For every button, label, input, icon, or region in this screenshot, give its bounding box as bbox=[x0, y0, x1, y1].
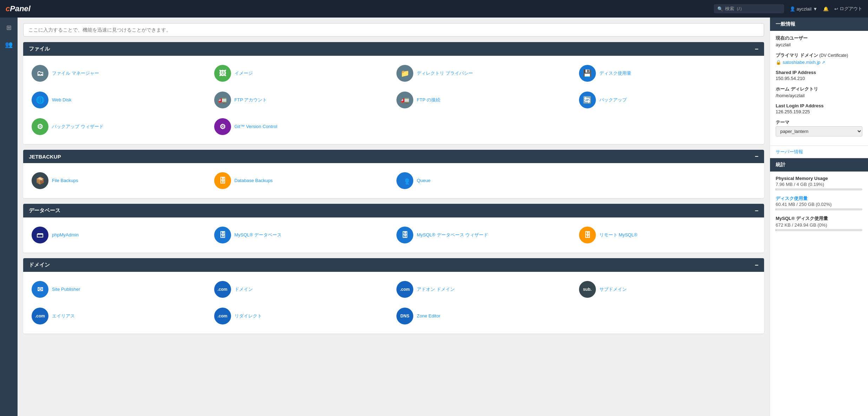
domain-link[interactable]: satoshiabe.mixh.jp bbox=[783, 60, 821, 65]
app-icon-mysql-wizard: 🗄 bbox=[396, 227, 413, 243]
app-icon-web-disk: 🌐 bbox=[32, 92, 48, 108]
stat-bar-bg-0 bbox=[776, 188, 862, 190]
section-toggle-databases[interactable]: − bbox=[755, 208, 758, 214]
user-icon: 👤 bbox=[790, 6, 795, 12]
app-icon-disk-usage: 💾 bbox=[579, 65, 596, 82]
section-databases: データベース−🗃phpMyAdmin🗄MySQL® データベース🗄MySQL® … bbox=[23, 204, 764, 253]
app-icon-alias: .com bbox=[32, 308, 48, 324]
app-item-remote-mysql[interactable]: 🗄リモート MySQL® bbox=[576, 224, 759, 246]
username-label: ayczlail bbox=[797, 6, 812, 12]
stats-section: 統計 Physical Memory Usage 7.96 MB / 4 GB … bbox=[770, 158, 868, 240]
sidebar-users-icon[interactable]: 👥 bbox=[2, 38, 15, 51]
app-icon-ftp-accounts: 🚛 bbox=[214, 92, 231, 108]
section-files: ファイル−🗂ファイル マネージャー🖼イメージ📁ディレクトリ プライバシー💾ディス… bbox=[23, 42, 764, 144]
app-icon-backup-wizard: ⚙ bbox=[32, 118, 48, 135]
sections-container: ファイル−🗂ファイル マネージャー🖼イメージ📁ディレクトリ プライバシー💾ディス… bbox=[23, 42, 764, 334]
user-menu[interactable]: 👤 ayczlail ▼ bbox=[790, 6, 818, 12]
section-title-databases: データベース bbox=[29, 207, 60, 214]
app-item-zone-editor[interactable]: DNSZone Editor bbox=[394, 306, 576, 327]
section-title-jetbackup: JETBACKUP bbox=[29, 154, 61, 160]
stat-label-0: Physical Memory Usage bbox=[776, 176, 862, 181]
app-item-images[interactable]: 🖼イメージ bbox=[211, 63, 394, 84]
header-search[interactable]: 🔍 検索（/） bbox=[714, 4, 784, 13]
app-icon-queue: 👥 bbox=[396, 172, 413, 189]
app-label-backup: バックアップ bbox=[599, 97, 627, 103]
bell-icon: 🔔 bbox=[823, 6, 829, 12]
app-label-disk-usage: ディスク使用量 bbox=[599, 71, 631, 76]
section-toggle-domains[interactable]: − bbox=[755, 262, 758, 268]
section-header-jetbackup[interactable]: JETBACKUP− bbox=[23, 150, 764, 163]
stats-body: Physical Memory Usage 7.96 MB / 4 GB (0.… bbox=[770, 172, 868, 240]
stat-label-1[interactable]: ディスク使用量 bbox=[776, 195, 862, 202]
section-toggle-jetbackup[interactable]: − bbox=[755, 153, 758, 160]
last-login-field: Last Login IP Address 126.255.159.225 bbox=[776, 103, 862, 114]
app-label-alias: エイリアス bbox=[52, 313, 75, 319]
section-domains: ドメイン−✉Site Publisher.comドメイン.comアドオン ドメイ… bbox=[23, 258, 764, 334]
theme-select[interactable]: paper_lantern bbox=[776, 126, 862, 136]
notifications-button[interactable]: 🔔 bbox=[823, 6, 829, 12]
app-item-file-manager[interactable]: 🗂ファイル マネージャー bbox=[29, 63, 211, 84]
app-label-backup-wizard: バックアップ ウィザード bbox=[52, 124, 104, 130]
app-icon-ftp-connect: 🚛 bbox=[396, 92, 413, 108]
app-label-mysql-db: MySQL® データベース bbox=[235, 232, 282, 238]
stat-value-2: 672 KB / 249.94 GB (0%) bbox=[776, 222, 862, 228]
app-icon-file-backups: 📦 bbox=[32, 172, 48, 189]
app-icon-phpmyadmin: 🗃 bbox=[32, 227, 48, 243]
app-item-domains[interactable]: .comドメイン bbox=[211, 279, 394, 300]
section-title-files: ファイル bbox=[29, 46, 50, 52]
app-item-mysql-db[interactable]: 🗄MySQL® データベース bbox=[211, 224, 394, 246]
chevron-down-icon: ▼ bbox=[813, 6, 817, 12]
section-header-files[interactable]: ファイル− bbox=[23, 42, 764, 56]
app-label-remote-mysql: リモート MySQL® bbox=[599, 232, 638, 238]
app-label-file-backups: File Backups bbox=[52, 178, 78, 184]
main-search-input[interactable] bbox=[23, 23, 764, 36]
app-icon-domains: .com bbox=[214, 281, 231, 298]
app-label-images: イメージ bbox=[235, 71, 253, 76]
app-label-mysql-wizard: MySQL® データベース ウィザード bbox=[417, 232, 488, 238]
main-layout: ⊞ 👥 ファイル−🗂ファイル マネージャー🖼イメージ📁ディレクトリ プライバシー… bbox=[0, 18, 868, 416]
app-item-file-backups[interactable]: 📦File Backups bbox=[29, 170, 211, 191]
app-item-alias[interactable]: .comエイリアス bbox=[29, 306, 211, 327]
app-icon-remote-mysql: 🗄 bbox=[579, 227, 596, 243]
cpanel-logo: cPanel bbox=[6, 4, 31, 13]
app-item-database-backups[interactable]: 🗄Database Backups bbox=[211, 170, 394, 191]
app-item-backup-wizard[interactable]: ⚙バックアップ ウィザード bbox=[29, 116, 211, 137]
app-label-addon-domains: アドオン ドメイン bbox=[417, 287, 455, 293]
general-info-header: 一般情報 bbox=[770, 18, 868, 31]
app-item-git-version[interactable]: ⚙Git™ Version Control bbox=[211, 116, 394, 137]
home-dir-field: ホーム ディレクトリ /home/ayczlail bbox=[776, 86, 862, 98]
app-item-redirect[interactable]: .comリダイレクト bbox=[211, 306, 394, 327]
stat-item-0: Physical Memory Usage 7.96 MB / 4 GB (0.… bbox=[776, 176, 862, 190]
app-item-site-publisher[interactable]: ✉Site Publisher bbox=[29, 279, 211, 300]
app-item-mysql-wizard[interactable]: 🗄MySQL® データベース ウィザード bbox=[394, 224, 576, 246]
sidebar-grid-icon[interactable]: ⊞ bbox=[4, 21, 14, 34]
app-item-web-disk[interactable]: 🌐Web Disk bbox=[29, 89, 211, 110]
app-label-dir-privacy: ディレクトリ プライバシー bbox=[417, 71, 473, 76]
logout-button[interactable]: ↩ ログアウト bbox=[834, 6, 862, 12]
app-label-redirect: リダイレクト bbox=[235, 313, 262, 319]
app-item-phpmyadmin[interactable]: 🗃phpMyAdmin bbox=[29, 224, 211, 246]
app-item-ftp-accounts[interactable]: 🚛FTP アカウント bbox=[211, 89, 394, 110]
app-icon-images: 🖼 bbox=[214, 65, 231, 82]
app-label-zone-editor: Zone Editor bbox=[417, 313, 440, 319]
app-item-dir-privacy[interactable]: 📁ディレクトリ プライバシー bbox=[394, 63, 576, 84]
stat-label-2: MySQL® ディスク使用量 bbox=[776, 215, 862, 222]
header: cPanel 🔍 検索（/） 👤 ayczlail ▼ 🔔 ↩ ログアウト bbox=[0, 0, 868, 18]
app-item-ftp-connect[interactable]: 🚛FTP の接続 bbox=[394, 89, 576, 110]
app-item-subdomain[interactable]: sub.サブドメイン bbox=[576, 279, 759, 300]
search-label: 検索（/） bbox=[725, 6, 745, 12]
app-icon-database-backups: 🗄 bbox=[214, 172, 231, 189]
app-label-git-version: Git™ Version Control bbox=[235, 124, 277, 130]
right-panel: 一般情報 現在のユーザー ayczlail プライマリ ドメイン (DV Cer… bbox=[770, 18, 868, 416]
server-info-link[interactable]: サーバー情報 bbox=[770, 146, 868, 158]
app-item-disk-usage[interactable]: 💾ディスク使用量 bbox=[576, 63, 759, 84]
app-icon-dir-privacy: 📁 bbox=[396, 65, 413, 82]
app-item-queue[interactable]: 👥Queue bbox=[394, 170, 576, 191]
section-header-domains[interactable]: ドメイン− bbox=[23, 258, 764, 272]
app-item-backup[interactable]: 🔄バックアップ bbox=[576, 89, 759, 110]
app-item-addon-domains[interactable]: .comアドオン ドメイン bbox=[394, 279, 576, 300]
section-header-databases[interactable]: データベース− bbox=[23, 204, 764, 217]
section-toggle-files[interactable]: − bbox=[755, 46, 758, 52]
stat-value-0: 7.96 MB / 4 GB (0.19%) bbox=[776, 182, 862, 187]
section-body-domains: ✉Site Publisher.comドメイン.comアドオン ドメインsub.… bbox=[23, 272, 764, 334]
